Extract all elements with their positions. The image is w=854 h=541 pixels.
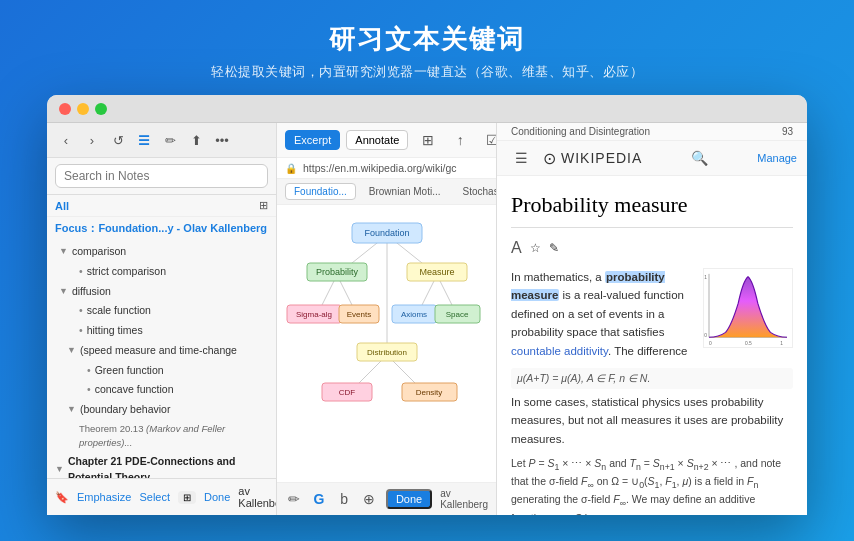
star-icon[interactable]: ☆ [530, 239, 541, 257]
tab-stochastic[interactable]: Stochastic Dif... [454, 183, 496, 200]
right-panel: Conditioning and Disintegration 93 ☰ ⊙ W… [497, 123, 807, 515]
svg-text:Sigma-alg: Sigma-alg [296, 310, 332, 319]
hero-subtitle: 轻松提取关键词，内置研究浏览器一键直达（谷歌、维基、知乎、必应） [0, 63, 854, 81]
wiki-page-title: Probability measure [511, 188, 793, 228]
list-item: • concave function [47, 380, 276, 400]
svg-text:Density: Density [416, 388, 443, 397]
sidebar-icon: 🔖 [55, 491, 69, 504]
filter-icon[interactable]: ⊞ [259, 199, 268, 212]
url-text: https://en.m.wikipedia.org/wiki/gc [303, 162, 456, 174]
wiki-toolbar: ☰ ⊙ WIKIPEDIA 🔍 Manage [497, 141, 807, 176]
svg-text:1: 1 [704, 275, 707, 280]
svg-text:0: 0 [704, 333, 707, 338]
svg-text:CDF: CDF [339, 388, 356, 397]
list-item: ▼ Chapter 21 PDE-Connections and Potenti… [47, 452, 276, 478]
excerpt-tab[interactable]: Excerpt [285, 130, 340, 150]
wiki-paragraph2: In some cases, statistical physics uses … [511, 393, 793, 448]
wiki-globe-icon: ⊙ [543, 149, 557, 168]
list-item: ▼ (boundary behavior [47, 400, 276, 420]
emphasize-button[interactable]: Emphasize [77, 491, 131, 503]
bottom-tool-b[interactable]: b [335, 487, 352, 511]
select-button[interactable]: Select [139, 491, 170, 503]
svg-text:Probability: Probability [316, 267, 359, 277]
hero-section: 研习文本关键词 轻松提取关键词，内置研究浏览器一键直达（谷歌、维基、知乎、必应） [0, 0, 854, 95]
sidebar: ‹ › ↺ ☰ ✏ ⬆ ••• All ⊞ Focus：Foundation..… [47, 123, 277, 515]
close-button[interactable] [59, 103, 71, 115]
url-icon: 🔒 [285, 163, 297, 174]
hero-title: 研习文本关键词 [0, 22, 854, 57]
filter-all[interactable]: All [55, 200, 69, 212]
svg-text:Events: Events [347, 310, 371, 319]
wiki-link-countable[interactable]: countable additivity [511, 345, 608, 357]
excerpt-toolbar: Excerpt Annotate ⊞ ↑ ☑ ⚙ [277, 123, 496, 158]
list-item: • strict comparison [47, 262, 276, 282]
annotate-tab[interactable]: Annotate [346, 130, 408, 150]
tool-btn-1[interactable]: ⊞ [414, 128, 442, 152]
share-button[interactable]: ⬆ [185, 129, 207, 151]
edit-button[interactable]: ✏ [159, 129, 181, 151]
wiki-paragraph3: Let P = S1 × ⋯ × Sn and Tn = Sn+1 × Sn+2… [511, 456, 793, 515]
sidebar-focus-header: Focus：Foundation...y - Olav Kallenberg [47, 217, 276, 240]
list-item: ▼ (speed measure and time-change [47, 341, 276, 361]
done-button[interactable]: Done [204, 491, 230, 503]
list-item: • Green function [47, 361, 276, 381]
wiki-formula: μ(A+T) = μ(A), A ∈ F, n ∈ N. [511, 368, 793, 389]
search-input[interactable] [55, 164, 268, 188]
mac-window: ‹ › ↺ ☰ ✏ ⬆ ••• All ⊞ Focus：Foundation..… [47, 95, 807, 515]
list-item: ▼ diffusion [47, 282, 276, 302]
author-text: av Kallenberg [238, 485, 277, 509]
count-badge: ⊞ [178, 491, 196, 504]
main-content: ‹ › ↺ ☰ ✏ ⬆ ••• All ⊞ Focus：Foundation..… [47, 123, 807, 515]
sidebar-toolbar: ‹ › ↺ ☰ ✏ ⬆ ••• [47, 123, 276, 158]
wiki-menu-icon[interactable]: ☰ [507, 146, 535, 170]
back-button[interactable]: ‹ [55, 129, 77, 151]
list-item: Theorem 20.13 (Markov and Feller propert… [47, 420, 276, 453]
url-bar: 🔒 https://en.m.wikipedia.org/wiki/gc [277, 158, 496, 179]
maximize-button[interactable] [95, 103, 107, 115]
svg-text:Axioms: Axioms [401, 310, 427, 319]
page-notes-text: Conditioning and Disintegration [511, 126, 650, 137]
wiki-lang-bar: A ☆ ✎ [511, 236, 793, 260]
done-button[interactable]: Done [386, 489, 432, 509]
bottom-tool-1[interactable]: ✏ [285, 487, 302, 511]
browser-tabs: Foundatio... Brownian Moti... Stochastic… [277, 179, 496, 205]
tab-foundation[interactable]: Foundatio... [285, 183, 356, 200]
list-item: ▼ comparison [47, 242, 276, 262]
manage-button[interactable]: Manage [757, 152, 797, 164]
page-number: 93 [782, 126, 793, 137]
mindmap-svg: Foundation Probability Measure Sigma-alg… [277, 205, 496, 455]
wiki-logo-text: WIKIPEDIA [561, 150, 642, 166]
tab-brownian[interactable]: Brownian Moti... [360, 183, 450, 200]
page-notes-bar: Conditioning and Disintegration 93 [497, 123, 807, 141]
list-item: • hitting times [47, 321, 276, 341]
wiki-search-button[interactable]: 🔍 [691, 150, 708, 166]
bottom-tool-plus[interactable]: ⊕ [361, 487, 378, 511]
middle-panel: Excerpt Annotate ⊞ ↑ ☑ ⚙ 🔒 https://en.m.… [277, 123, 497, 515]
mindmap-area: Foundation Probability Measure Sigma-alg… [277, 205, 496, 482]
sidebar-footer: 🔖 Emphasize Select ⊞ Done av Kallenberg [47, 478, 276, 515]
title-bar [47, 95, 807, 123]
middle-bottom-toolbar: ✏ G b ⊕ Done av Kallenberg [277, 482, 496, 515]
tool-btn-2[interactable]: ↑ [446, 128, 474, 152]
svg-text:Measure: Measure [419, 267, 454, 277]
sidebar-tree: ▼ comparison • strict comparison ▼ diffu… [47, 240, 276, 478]
translate-icon[interactable]: A [511, 236, 522, 260]
chart-svg: 0 0.5 1 0 1 [704, 269, 792, 347]
reload-button[interactable]: ↺ [107, 129, 129, 151]
svg-text:Foundation: Foundation [364, 228, 409, 238]
svg-text:1: 1 [780, 341, 783, 346]
forward-button[interactable]: › [81, 129, 103, 151]
wiki-content: Probability measure A ☆ ✎ [497, 176, 807, 515]
bottom-tool-g[interactable]: G [310, 487, 327, 511]
filter-bar: All ⊞ [47, 195, 276, 217]
search-bar [47, 158, 276, 195]
list-view-button[interactable]: ☰ [133, 129, 155, 151]
focus-label: Focus：Foundation...y - Olav Kallenberg [55, 222, 267, 234]
tool-btn-3[interactable]: ☑ [478, 128, 497, 152]
traffic-lights [59, 103, 107, 115]
edit-icon[interactable]: ✎ [549, 239, 559, 257]
minimize-button[interactable] [77, 103, 89, 115]
svg-text:Space: Space [446, 310, 469, 319]
probability-chart: 0 0.5 1 0 1 [703, 268, 793, 348]
more-button[interactable]: ••• [211, 129, 233, 151]
